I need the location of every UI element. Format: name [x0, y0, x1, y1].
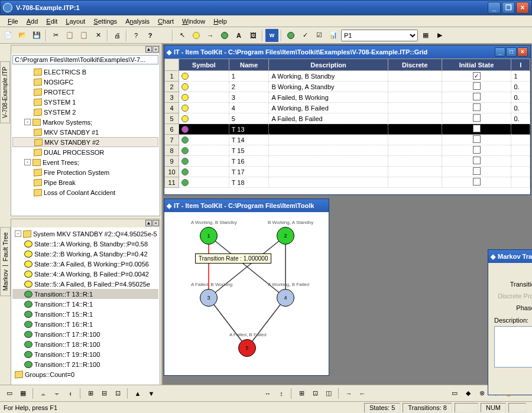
init-checkbox[interactable]: ✓	[473, 72, 481, 80]
cut-icon[interactable]: ✂	[49, 29, 62, 42]
arrow-icon[interactable]: →	[204, 29, 217, 42]
vert-tab-markov[interactable]: Markov | Fault Tree	[0, 227, 11, 296]
mdi-close-icon[interactable]: ×	[517, 47, 528, 57]
tree-item[interactable]: SYSTEM 1	[12, 97, 158, 107]
expander-icon[interactable]: -	[15, 230, 21, 237]
print-icon[interactable]: 🖨	[111, 29, 124, 42]
tree-item[interactable]: Transition::T 15::R:1	[12, 309, 158, 319]
table-row[interactable]: 6T 13	[165, 124, 530, 135]
run-icon[interactable]	[284, 29, 297, 42]
markov-tree[interactable]: -System MKV STANDBY #2::Q=4.95025e-5Stat…	[11, 227, 160, 395]
yellow-circle-icon[interactable]	[190, 29, 203, 42]
table-row[interactable]: 11A Working, B Standby✓1	[165, 71, 530, 82]
play-icon[interactable]: ▶	[433, 29, 446, 42]
tb-icon[interactable]: ⫟	[51, 388, 63, 399]
new-icon[interactable]: 📄	[2, 29, 15, 42]
vert-tab-top[interactable]: V-708-Example.ITP	[0, 61, 10, 123]
mdi-max-icon[interactable]: □	[506, 47, 517, 57]
tree-item[interactable]: State::5::A Failed, B Failed::P=4.95025e	[12, 279, 158, 289]
tb-icon[interactable]: ▼	[145, 388, 157, 399]
tb-icon[interactable]: ◆	[462, 388, 474, 399]
table-row[interactable]: 9T 16	[165, 156, 530, 167]
data-grid[interactable]: SymbolNameDescriptionDiscreteInitial Sta…	[164, 58, 530, 188]
minimize-button[interactable]: _	[488, 2, 501, 14]
menu-analysis[interactable]: Analysis	[121, 17, 154, 26]
tb-icon[interactable]: ⫞	[64, 388, 76, 399]
tb-icon[interactable]: ⊗	[476, 388, 488, 399]
tb-icon[interactable]: ⊞	[296, 388, 307, 399]
tree-item[interactable]: MKV STANDBY #2	[12, 137, 158, 147]
tb-icon[interactable]: ⊡	[309, 388, 321, 399]
panel-pin-icon[interactable]: ▲	[145, 46, 152, 53]
restore-button[interactable]: ❐	[502, 2, 515, 14]
tree-item[interactable]: Loss of Coolant Accident	[12, 187, 158, 197]
table-row[interactable]: 22B Working, A Standby0.	[165, 82, 530, 92]
open-icon[interactable]: 📂	[16, 29, 29, 42]
check2-icon[interactable]: ☑	[313, 29, 326, 42]
tree-item[interactable]: -System MKV STANDBY #2::Q=4.95025e-5	[12, 229, 158, 239]
tree-item[interactable]: Transition::T 19::R:100	[12, 349, 158, 359]
panel-pin-icon[interactable]: ▲	[145, 220, 152, 226]
init-checkbox[interactable]	[473, 93, 481, 100]
menu-file[interactable]: File	[4, 17, 22, 26]
tb-icon[interactable]: ↕	[275, 388, 287, 399]
init-checkbox[interactable]	[473, 135, 481, 143]
tree-item[interactable]: State::2::B Working, A Standby::P=0.42	[12, 249, 158, 259]
tb-icon[interactable]: ◫	[323, 388, 335, 399]
check-icon[interactable]: ✓	[299, 29, 312, 42]
text-icon[interactable]: A	[232, 29, 245, 42]
menu-add[interactable]: Add	[22, 17, 43, 26]
tree-item[interactable]: ELECTRICS B	[12, 67, 158, 77]
grid-window-title[interactable]: ◆IT - Item ToolKit - C:\Program Files\It…	[164, 45, 530, 58]
tree-item[interactable]: Groups::Count=0	[12, 369, 158, 379]
markov-diagram[interactable]: Transition Rate : 1.000000 1A Working, B…	[164, 212, 329, 375]
tb-icon[interactable]: ⊡	[112, 388, 124, 399]
menu-help[interactable]: Help	[209, 17, 231, 26]
pointer-icon[interactable]: ↖	[176, 29, 189, 42]
close-button[interactable]: ×	[516, 2, 529, 14]
tree-item[interactable]: Transition::T 16::R:1	[12, 319, 158, 329]
diagram-window-title[interactable]: ◆IT - Item ToolKit - C:\Program Files\It…	[164, 199, 329, 212]
tree-item[interactable]: SYSTEM 2	[12, 107, 158, 117]
tb-icon[interactable]: ←	[356, 388, 368, 399]
menu-settings[interactable]: Settings	[89, 17, 121, 26]
tree-item[interactable]: NOSIGFC	[12, 77, 158, 87]
state-node[interactable]: 5	[238, 339, 256, 357]
description-textarea[interactable]	[494, 326, 532, 368]
panel-close-icon[interactable]: ×	[153, 220, 159, 226]
tree-item[interactable]: DUAL PROCESSOR	[12, 147, 158, 157]
init-checkbox[interactable]	[473, 146, 481, 154]
tree-item[interactable]: Transition::T 14::R:1	[12, 299, 158, 309]
tb-icon[interactable]: ▦	[17, 388, 29, 399]
delete-icon[interactable]: ✕	[92, 29, 105, 42]
tree-item[interactable]: -Event Trees;	[12, 157, 158, 167]
menu-window[interactable]: Window	[178, 17, 209, 26]
init-checkbox[interactable]	[473, 125, 481, 132]
menu-layout[interactable]: Layout	[61, 17, 89, 26]
tree-item[interactable]: Fire Protection System	[12, 167, 158, 177]
tree-item[interactable]: State::3::A Failed, B Working::P=0.0056	[12, 259, 158, 269]
save-icon[interactable]: 💾	[30, 29, 43, 42]
about-icon[interactable]: ?	[129, 29, 142, 42]
state-node[interactable]: 4	[277, 289, 294, 307]
tree-item[interactable]: State::4::A Working, B Failed::P=0.0042	[12, 269, 158, 279]
help-icon[interactable]: ?	[144, 29, 157, 42]
green-circle-icon[interactable]	[218, 29, 231, 42]
table-row[interactable]: 8T 15	[165, 145, 530, 156]
tree-item[interactable]: Pipe Break	[12, 177, 158, 187]
tree-item[interactable]: PROTECT	[12, 87, 158, 97]
init-checkbox[interactable]	[473, 114, 481, 122]
table-row[interactable]: 33A Failed, B Working0.	[165, 92, 530, 103]
phase-icon[interactable]: 📊	[327, 29, 340, 42]
state-node[interactable]: 1	[200, 227, 218, 245]
copy-icon[interactable]: 📋	[63, 29, 76, 42]
tree-item[interactable]: State::1::A Working, B Standby::P=0.58	[12, 239, 158, 249]
paste-icon[interactable]: 📋	[77, 29, 90, 42]
panel-close-icon[interactable]: ×	[153, 46, 159, 53]
init-checkbox[interactable]	[473, 167, 481, 175]
tb-icon[interactable]: →	[343, 388, 355, 399]
init-checkbox[interactable]	[473, 103, 481, 111]
menu-chart[interactable]: Chart	[154, 17, 178, 26]
tb-icon[interactable]: ▲	[132, 388, 144, 399]
tb-icon[interactable]: ⫠	[37, 388, 49, 399]
